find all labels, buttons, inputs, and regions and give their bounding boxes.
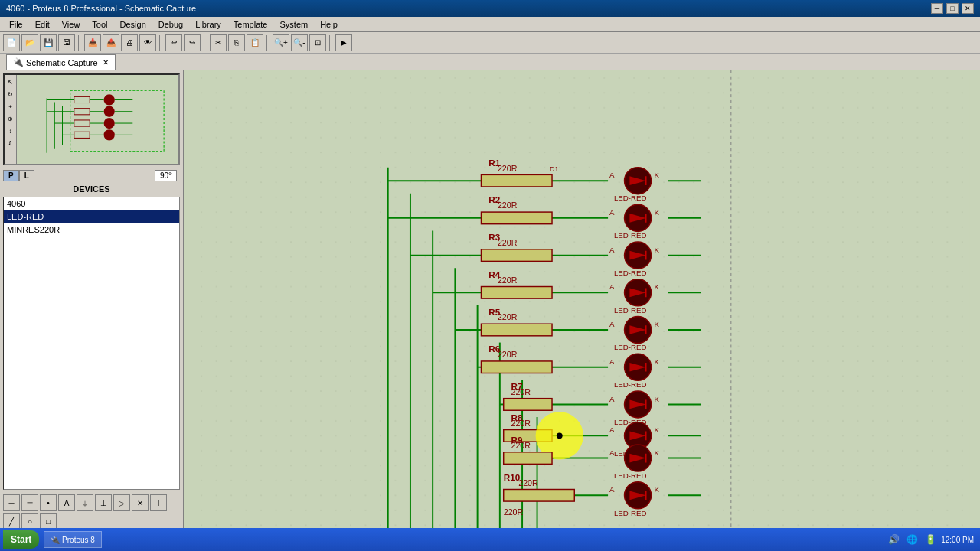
port-tool[interactable]: ▷	[113, 494, 130, 511]
svg-text:K: K	[654, 425, 659, 434]
separator-3	[204, 35, 207, 51]
svg-text:K: K	[654, 246, 659, 254]
separator-4	[266, 35, 270, 51]
menu-debug[interactable]: Debug	[152, 18, 189, 31]
svg-text:220R: 220R	[498, 238, 518, 247]
device-minres220r[interactable]: MINRES220R	[4, 223, 179, 236]
svg-text:A: A	[609, 320, 615, 328]
export-button[interactable]: 📤	[103, 34, 119, 51]
menu-system[interactable]: System	[273, 18, 314, 31]
menu-library[interactable]: Library	[189, 18, 227, 31]
print-preview-button[interactable]: 👁	[139, 34, 156, 51]
svg-text:LED-RED: LED-RED	[614, 194, 647, 202]
taskbar-proteus[interactable]: 🔌 Proteus 8	[44, 531, 102, 548]
menu-file[interactable]: File	[3, 18, 29, 31]
svg-text:220R: 220R	[518, 478, 538, 487]
power-tool[interactable]: ⏚	[77, 494, 93, 511]
svg-text:R7: R7	[511, 381, 522, 391]
open-button[interactable]: 📂	[21, 34, 38, 51]
redo-button[interactable]: ↪	[184, 34, 201, 51]
left-tools: ↖ ↻ + ⊕ ↕ ⇕	[5, 75, 17, 164]
text-tool[interactable]: T	[150, 494, 167, 511]
rotate-tool[interactable]: ↻	[5, 89, 16, 99]
devices-list[interactable]: 4060 LED-RED MINRES220R	[3, 197, 180, 490]
zoom-fit-button[interactable]: ⊡	[309, 34, 326, 51]
zoom-out-button[interactable]: 🔍-	[291, 34, 308, 51]
preview-content	[28, 83, 175, 161]
device-led-red[interactable]: LED-RED	[4, 210, 179, 223]
schematic-capture-tab[interactable]: 🔌 Schematic Capture ✕	[6, 54, 116, 70]
svg-text:D1: D1	[550, 165, 558, 173]
svg-rect-82	[481, 361, 552, 373]
device-4060[interactable]: 4060	[4, 197, 179, 210]
copy-button[interactable]: ⎘	[228, 34, 245, 51]
import-button[interactable]: 📥	[84, 34, 101, 51]
start-button[interactable]: Start	[3, 530, 39, 549]
svg-text:K: K	[654, 171, 659, 179]
mode-l-button[interactable]: L	[19, 170, 34, 181]
menu-tool[interactable]: Tool	[86, 18, 113, 31]
zoom-in-button[interactable]: 🔍+	[273, 34, 289, 51]
bus-tool[interactable]: ═	[21, 494, 38, 511]
svg-text:K: K	[654, 448, 659, 457]
menu-template[interactable]: Template	[227, 18, 274, 31]
close-button[interactable]: ✕	[962, 3, 974, 14]
separator-1	[78, 35, 81, 51]
menu-help[interactable]: Help	[314, 18, 344, 31]
maximize-button[interactable]: □	[946, 3, 959, 14]
rect-tool[interactable]: □	[40, 513, 57, 530]
svg-text:LED-RED: LED-RED	[614, 380, 647, 389]
save-button[interactable]: 💾	[40, 34, 57, 51]
new-button[interactable]: 📄	[3, 34, 20, 51]
title-controls: ─ □ ✕	[931, 3, 974, 14]
ground-tool[interactable]: ⊥	[95, 494, 112, 511]
svg-rect-4	[74, 109, 90, 115]
taskbar-icon-2[interactable]: 🌐	[904, 532, 920, 547]
svg-text:LED-RED: LED-RED	[614, 509, 647, 517]
svg-text:LED-RED: LED-RED	[614, 471, 647, 480]
svg-text:LED-RED: LED-RED	[614, 343, 647, 351]
tool4[interactable]: ⊕	[5, 113, 16, 124]
tool3[interactable]: +	[5, 101, 16, 112]
svg-text:A: A	[609, 171, 615, 179]
junction-tool[interactable]: •	[40, 494, 57, 511]
svg-text:R1: R1	[488, 158, 500, 168]
svg-rect-79	[481, 324, 552, 336]
menu-view[interactable]: View	[56, 18, 87, 31]
svg-text:220R: 220R	[498, 312, 518, 321]
no-connect-tool[interactable]: ✕	[132, 494, 149, 511]
undo-button[interactable]: ↩	[165, 34, 182, 51]
schematic-area[interactable]: 220R R1 D1 220R R2 220R R3 220R R4 220R …	[184, 70, 980, 533]
svg-text:A: A	[609, 282, 615, 291]
schematic-tools: ─ ═ • A ⏚ ⊥ ▷ ✕ T ╱ ○ □	[0, 491, 183, 533]
svg-text:A: A	[609, 395, 615, 403]
svg-rect-3	[74, 96, 90, 103]
line-tool[interactable]: ╱	[3, 513, 20, 530]
devices-header: DEVICES	[0, 183, 183, 195]
tab-close-button[interactable]: ✕	[103, 58, 109, 67]
menu-edit[interactable]: Edit	[29, 18, 56, 31]
title-bar: 4060 - Proteus 8 Professional - Schemati…	[0, 0, 980, 17]
circle-tool[interactable]: ○	[21, 513, 38, 530]
print-button[interactable]: 🖨	[121, 34, 138, 51]
wire-tool[interactable]: ─	[3, 494, 20, 511]
simulate-button[interactable]: ▶	[335, 34, 352, 51]
svg-text:220R: 220R	[498, 201, 518, 210]
paste-button[interactable]: 📋	[247, 34, 263, 51]
save-all-button[interactable]: 🖫	[58, 34, 75, 51]
cut-button[interactable]: ✂	[210, 34, 227, 51]
svg-point-159	[557, 432, 563, 439]
mode-p-button[interactable]: P	[3, 170, 19, 181]
svg-rect-26	[194, 70, 969, 533]
preview-window: ↖ ↻ + ⊕ ↕ ⇕	[3, 73, 180, 165]
menu-design[interactable]: Design	[114, 18, 152, 31]
select-tool[interactable]: ↖	[5, 77, 16, 87]
taskbar-icon-1[interactable]: 🔊	[886, 532, 901, 547]
taskbar-icon-3[interactable]: 🔋	[923, 532, 938, 547]
tool5[interactable]: ↕	[5, 126, 16, 136]
svg-text:220R: 220R	[498, 164, 518, 173]
toolbar: 📄 📂 💾 🖫 📥 📤 🖨 👁 ↩ ↪ ✂ ⎘ 📋 🔍+ 🔍- ⊡ ▶	[0, 32, 980, 54]
tool6[interactable]: ⇕	[5, 138, 16, 148]
label-tool[interactable]: A	[58, 494, 75, 511]
minimize-button[interactable]: ─	[931, 3, 943, 14]
